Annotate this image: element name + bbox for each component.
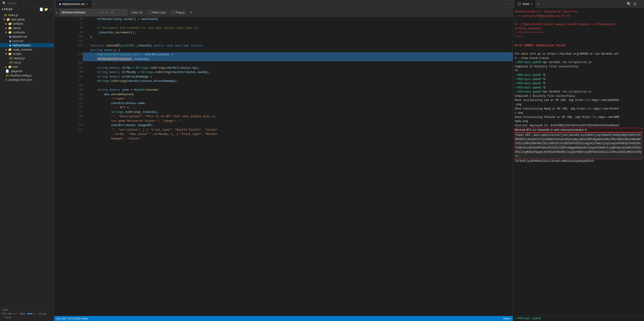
term-line: Done initializing Pikachu w/ HP 300, img… (515, 115, 642, 119)
folder-icon: 📁 (8, 65, 12, 68)
code-row: 115 '", "description": "This is an NFT t… (54, 114, 513, 119)
new-file-icon[interactable]: 📄 (39, 8, 44, 11)
select-all-label: Select all (131, 11, 142, 14)
line-number: 96 (54, 17, 83, 22)
term-line: ~/003/epic-game$ npx hardhat run scripts… (515, 90, 642, 94)
line-number (54, 79, 83, 83)
code-line: charAttributes.imageURI, (83, 123, 513, 128)
term-line: ibutes[_tokenId]; (515, 27, 642, 31)
search-input-wrap: 1 / 3 ∧ ∨ (60, 9, 128, 16)
tree-item-epic-game[interactable]: ▾ 📁 epic-game (0, 17, 54, 22)
tree-item-myepicgame[interactable]: ◆ MyEpicGame... ⋯ (0, 43, 54, 47)
code-line: string memory strMaxHp = Strings.toStrin… (83, 70, 513, 75)
term-minted-strikethrough: Minted NFT w/ tokenId 1 and characterInd… (515, 128, 642, 133)
terminal-input[interactable] (542, 317, 642, 320)
line-number: 108 (54, 83, 83, 88)
code-line: string memory json = Base64.encode( (83, 88, 513, 92)
editor-more-button[interactable]: ⋯ (507, 2, 511, 6)
kebab-icon[interactable]: ⋯ (49, 44, 52, 47)
tree-item-gitignore[interactable]: 📄 .gitignore (0, 69, 54, 73)
code-search-input[interactable] (61, 11, 97, 14)
code-row: 106 string memory strMaxHp = Strings.toS… (54, 70, 513, 75)
match-case-checkbox (148, 11, 151, 14)
tree-item-contracts[interactable]: ▾ 📁 contracts (0, 30, 54, 35)
term-line: ^C (515, 69, 642, 73)
code-line: nftHolders[msg.sender] = newItemId; (83, 17, 513, 22)
select-all-button[interactable]: Select all (129, 10, 144, 15)
code-line: '", "description": "This is an NFT that … (83, 114, 513, 119)
folder-icon: 📁 (8, 22, 12, 25)
editor-tab-myepicgame[interactable]: ◆ MyEpicGame.sol ✕ (56, 0, 91, 8)
code-row: 99 _tokenIds.increment(); (54, 30, 513, 35)
match-case-button[interactable]: Match case (146, 10, 168, 15)
search-next-button[interactable]: ∨ (110, 10, 114, 15)
code-editor[interactable]: 96 nftHolders[msg.sender] = newItemId; 9… (54, 17, 513, 316)
code-line: the game Metaverse Slayer!", "image": "'… (83, 119, 513, 123)
line-number: 114 (54, 110, 83, 114)
files-label: Files (4, 8, 13, 11)
line-number: 116 (54, 123, 83, 128)
tree-item-artifacts[interactable]: ▸ 📁 artifacts (0, 22, 54, 26)
code-row: 111 '{"name": "', (54, 97, 513, 101)
tab-close-button[interactable]: ✕ (86, 3, 88, 6)
tree-item-cache[interactable]: ▸ 📁 cache (0, 26, 54, 30)
term-line: --> contracts/MyEpicGame.sol:57:47: (515, 14, 642, 18)
new-tab-button[interactable]: + (92, 2, 96, 6)
ram-label: RAM (20, 312, 25, 315)
tree-item-scripts[interactable]: ▾ 📁 scripts (0, 52, 54, 56)
term-line: ~/003/epic-game$ ^C (515, 86, 642, 90)
ram-bar-fill (27, 313, 32, 314)
tree-item-node-modules[interactable]: ▸ 📁 node_modules (0, 47, 54, 52)
sidebar-header-icons: 📄 📁 ⋯ (39, 8, 52, 11)
code-row: 104 (54, 61, 513, 66)
line-number: 117 (54, 128, 83, 132)
tree-item-run[interactable]: JS run.js (0, 60, 54, 65)
terminal-more-icon[interactable]: ⋯ (638, 2, 642, 6)
terminal-tab-shell[interactable]: ⬛ Shell ✕ (515, 0, 536, 8)
cpu-bar-bg (9, 313, 18, 314)
search-terminal-icon[interactable]: 🔍 (627, 2, 631, 6)
tree-item-index-js[interactable]: JS index.js (0, 13, 54, 17)
code-row: nftHolderAttributes[_tokenId]; (54, 57, 513, 61)
more-icon[interactable]: ⋯ (49, 8, 52, 11)
term-line: ~/003/epic-game$ ^C (515, 77, 642, 82)
search-prev-button[interactable]: ∧ (104, 10, 109, 15)
tree-item-lock[interactable]: ◆ Lock.sol (0, 39, 54, 43)
chevron-right-icon: ▸ (6, 26, 7, 30)
line-number (54, 119, 83, 123)
terminal-output: DeclarationError: Undeclared identifier.… (513, 8, 644, 316)
search-close-button[interactable]: ✕ (190, 10, 192, 15)
trash-icon[interactable]: 🗑 (633, 2, 637, 6)
tree-item-deploy[interactable]: JS deploy.js (0, 56, 54, 60)
tab-close-button[interactable]: ✕ (530, 2, 533, 6)
tab-label: MyEpicGame.sol (62, 2, 85, 6)
new-terminal-button[interactable]: + (536, 2, 540, 6)
search-chevron-icon[interactable]: ▸ (56, 11, 58, 14)
tree-item-base64[interactable]: ◆ Base64.sol (0, 35, 54, 39)
help-area[interactable]: ? Help (2, 315, 52, 320)
shell-icon: ⬛ (518, 2, 521, 6)
tree-item-test[interactable]: ▸ 📁 test (0, 65, 54, 69)
regexp-button[interactable]: Regexp (170, 10, 187, 15)
code-line: '", "attributes": [ { "trait_type": "Hea… (83, 128, 513, 132)
sidebar-bottom: Tools CPU RAM Storage ? Help (0, 307, 54, 321)
code-line: '{"name": "', (83, 97, 513, 101)
line-number: 101 (54, 39, 83, 44)
search-input[interactable] (8, 2, 52, 5)
line-number: 104 (54, 61, 83, 66)
shell-tab-label: Shell (522, 2, 529, 6)
terminal-panel: ⬛ Shell ✕ + 🔍 🗑 ⋯ DeclarationError: Unde… (513, 0, 644, 321)
sidebar-search-area[interactable]: 🔍 (0, 0, 54, 7)
code-row: 101 (54, 39, 513, 44)
code-line (83, 22, 513, 26)
sidebar: 🔍 ▾ Files 📄 📁 ⋯ JS index.js ▾ 📁 (0, 0, 54, 321)
tools-label: Tools (2, 308, 52, 311)
tree-item-hardhat-config[interactable]: JS hardhat.config.js (0, 73, 54, 78)
term-token-uri: Token URI: data:application/json;base64,… (515, 132, 642, 159)
new-folder-icon[interactable]: 📁 (44, 8, 48, 11)
line-number: 99 (54, 30, 83, 35)
code-row: 98 // Increment the tokenId for the next… (54, 26, 513, 30)
tree-item-package-lock[interactable]: {} package-lock.json (0, 78, 54, 82)
term-line (515, 48, 642, 52)
term-line: Compiled 13 Solidity files successfully (515, 65, 642, 69)
